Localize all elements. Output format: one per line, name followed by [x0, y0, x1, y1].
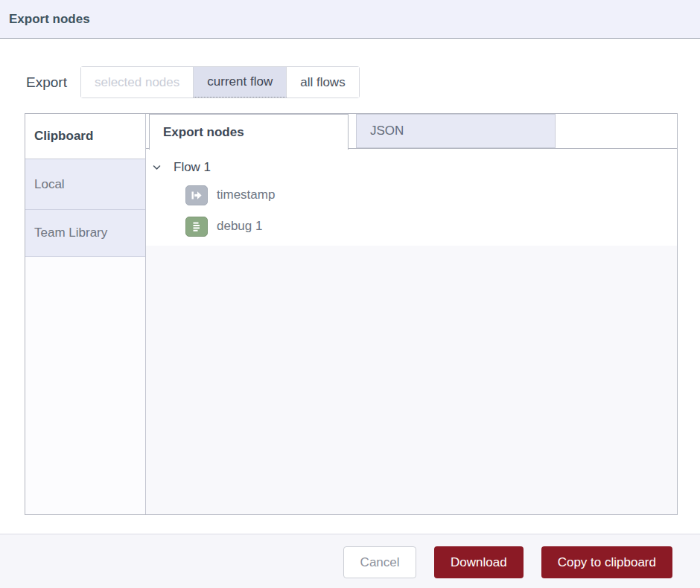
tree-row-flow[interactable]: Flow 1 — [146, 156, 677, 179]
sidebar-header-clipboard: Clipboard — [25, 114, 145, 159]
export-scope-row: Export selected nodes current flow all f… — [26, 66, 360, 98]
library-sidebar: Clipboard Local Team Library — [25, 114, 146, 514]
dialog-footer: Cancel Download Copy to clipboard — [0, 534, 700, 588]
scope-option-selected-nodes[interactable]: selected nodes — [81, 67, 194, 98]
scope-option-current-flow[interactable]: current flow — [194, 67, 287, 98]
export-content: Export nodes JSON Flow 1 — [146, 114, 677, 514]
tab-strip: Export nodes JSON — [146, 114, 677, 149]
sidebar-item-local[interactable]: Local — [25, 159, 145, 210]
tab-json[interactable]: JSON — [356, 114, 556, 148]
copy-to-clipboard-button[interactable]: Copy to clipboard — [541, 546, 672, 578]
export-label: Export — [26, 74, 67, 91]
node-label: timestamp — [217, 188, 275, 202]
flow-label: Flow 1 — [174, 160, 211, 175]
debug-node-icon — [185, 217, 208, 237]
inject-node-icon — [185, 185, 208, 205]
node-tree: Flow 1 timestamp — [146, 149, 677, 514]
node-label: debug 1 — [217, 219, 262, 234]
sidebar-item-team-library[interactable]: Team Library — [25, 210, 145, 257]
cancel-button[interactable]: Cancel — [343, 546, 416, 578]
tree-row-node[interactable]: debug 1 — [146, 211, 677, 242]
tab-export-nodes[interactable]: Export nodes — [149, 114, 349, 150]
library-panel: Clipboard Local Team Library Export node… — [25, 113, 678, 515]
dialog-title: Export nodes — [9, 12, 90, 27]
scope-option-all-flows[interactable]: all flows — [287, 67, 358, 98]
chevron-down-icon[interactable] — [153, 164, 162, 170]
export-scope-button-group: selected nodes current flow all flows — [80, 66, 360, 98]
dialog-header: Export nodes — [0, 0, 700, 39]
tree-row-node[interactable]: timestamp — [146, 179, 677, 211]
download-button[interactable]: Download — [434, 546, 524, 578]
